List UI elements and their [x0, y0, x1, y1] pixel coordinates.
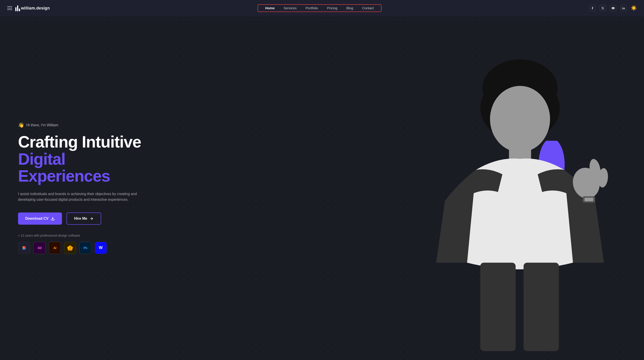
nav-item-contact[interactable]: Contact [362, 6, 374, 10]
greeting-text: Hi there, I'm William [26, 123, 58, 127]
nav-item-portfolio[interactable]: Portfolio [306, 6, 318, 10]
tool-sketch-icon[interactable] [64, 242, 76, 254]
tool-adobe-illustrator-icon[interactable]: Ai [49, 242, 61, 254]
svg-rect-22 [584, 198, 593, 201]
x-twitter-icon[interactable] [600, 5, 606, 11]
wave-emoji: 👋 [18, 122, 24, 128]
svg-point-14 [490, 86, 550, 152]
theme-toggle-icon[interactable]: ☀️ [631, 5, 637, 11]
tool-icons: Xd Ai Ps W [18, 242, 144, 254]
logo-text: william.design [21, 6, 50, 11]
main-nav: Home Services Portfolio Pricing Blog Con… [258, 4, 382, 12]
logo-bars-icon [15, 5, 20, 11]
hero-buttons: Download CV Hire Me [18, 212, 144, 225]
logo[interactable]: william.design [15, 5, 50, 11]
nav-item-services[interactable]: Services [284, 6, 297, 10]
hire-me-label: Hire Me [74, 217, 87, 221]
header-right: ☀️ [589, 5, 637, 11]
hero-section: 👋 Hi there, I'm William Crafting Intuiti… [0, 16, 644, 360]
tool-adobe-xd-icon[interactable]: Xd [33, 242, 46, 254]
nav-item-blog[interactable]: Blog [346, 6, 353, 10]
tool-photoshop-icon[interactable]: Ps [79, 242, 92, 254]
hero-visual [290, 16, 644, 360]
header: william.design Home Services Portfolio P… [0, 0, 644, 16]
tool-figma-icon[interactable] [18, 242, 30, 254]
experience-text: + 12 years with professional design soft… [18, 234, 144, 237]
hero-content: 👋 Hi there, I'm William Crafting Intuiti… [0, 109, 162, 267]
person-silhouette [410, 51, 630, 360]
hero-title-line2: Digital Experiences [18, 151, 144, 185]
linkedin-icon[interactable] [620, 5, 627, 11]
download-cv-label: Download CV [25, 217, 48, 221]
nav-item-home[interactable]: Home [265, 6, 275, 10]
tool-webflow-icon[interactable]: W [95, 242, 107, 254]
hire-me-button[interactable]: Hire Me [66, 212, 101, 225]
hero-greeting: 👋 Hi there, I'm William [18, 122, 144, 128]
svg-point-1 [622, 7, 622, 7]
youtube-icon[interactable] [610, 5, 616, 11]
arrow-right-icon [90, 217, 94, 221]
svg-rect-20 [524, 263, 559, 351]
hamburger-menu-icon[interactable] [7, 6, 12, 10]
hero-description: I assist individuals and brands in achie… [18, 191, 144, 203]
hero-title: Crafting Intuitive Digital Experiences [18, 134, 144, 185]
download-cv-button[interactable]: Download CV [18, 212, 62, 225]
person-image [438, 16, 644, 360]
facebook-icon[interactable] [589, 5, 596, 11]
download-icon [51, 217, 55, 221]
hero-title-line1: Crafting Intuitive [18, 134, 144, 151]
nav-item-pricing[interactable]: Pricing [327, 6, 337, 10]
header-left: william.design [7, 5, 50, 11]
svg-rect-19 [480, 263, 516, 351]
